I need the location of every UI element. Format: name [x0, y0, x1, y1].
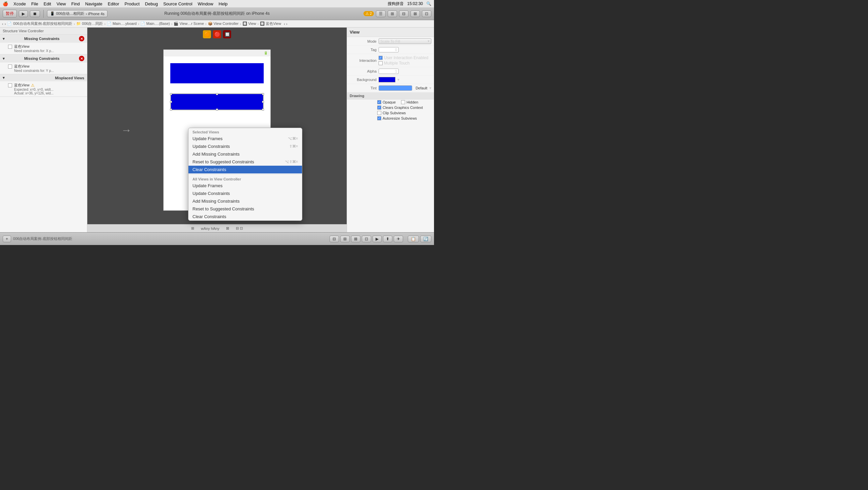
breadcrumb-label-7[interactable]: 🔲 蓝色View [260, 21, 281, 26]
breadcrumb-label-4[interactable]: 🎬 View…r Scene [174, 22, 204, 26]
nav-back[interactable]: ‹ [2, 22, 3, 26]
apple-menu[interactable]: 🍎 [3, 1, 8, 6]
canvas-icon-1[interactable]: 🟠 [203, 30, 211, 38]
breadcrumb-label-2[interactable]: 📄 Main….yboard [107, 22, 137, 26]
size-indicator-right[interactable]: ⊠ [226, 226, 229, 231]
handle-tc[interactable] [216, 93, 218, 95]
menu-find[interactable]: Find [71, 1, 80, 6]
selected-update-frames[interactable]: Update Frames ⌥⌘= [188, 135, 302, 143]
alpha-input[interactable]: 1 [379, 68, 399, 74]
handle-bl[interactable] [170, 109, 172, 111]
selected-update-constraints[interactable]: Update Constraints ⇧⌘= [188, 143, 302, 150]
menu-source-control[interactable]: Source Control [163, 1, 192, 6]
breadcrumb-label-5[interactable]: 📦 View Controller [208, 22, 239, 26]
handle-tl[interactable] [170, 93, 172, 95]
pause-button[interactable]: ⏹ [30, 10, 40, 17]
bottom-inspector-btn-1[interactable]: 📋 [408, 236, 419, 242]
menu-product[interactable]: Product [125, 1, 140, 6]
clip-subviews-checkbox[interactable] [377, 111, 381, 115]
breadcrumb-item-0[interactable]: 📄 [7, 22, 12, 26]
chevron-down-icon-bg[interactable]: ▾ [397, 77, 399, 82]
breadcrumb-label-1[interactable]: 📁 006自…同距 [76, 21, 103, 26]
canvas-icon-3[interactable]: 🔲 [223, 30, 231, 38]
menu-help[interactable]: Help [219, 1, 228, 6]
selected-reset-suggested[interactable]: Reset to Suggested Constraints ⌥⇧⌘= [188, 158, 302, 166]
handle-tr[interactable] [262, 93, 264, 95]
multiple-touch-checkbox[interactable] [379, 61, 382, 65]
zoom-controls[interactable]: ⊟ ⊡ [236, 226, 243, 231]
menu-view[interactable]: View [56, 1, 66, 6]
user-interaction-checkbox[interactable]: ✓ [379, 56, 382, 60]
constraint-item-2[interactable]: 蓝色View Need constraints for: Y p... [0, 62, 87, 74]
blue-view-top[interactable] [170, 63, 264, 83]
bottom-layout-btn-6[interactable]: ⬆ [383, 236, 392, 242]
layout-toggle-4[interactable]: ⊠ [410, 10, 420, 17]
tint-select[interactable] [379, 85, 412, 91]
stop-button[interactable]: 暂停 [3, 10, 17, 18]
bottom-layout-btn-5[interactable]: ▶ [373, 236, 381, 242]
menu-navigate[interactable]: Navigate [85, 1, 102, 6]
size-indicator-left[interactable]: ⊞ [191, 226, 194, 231]
menu-xcode[interactable]: Xcode [13, 1, 26, 6]
scheme-label: 006自动…相同距 [56, 11, 84, 16]
background-color-swatch[interactable] [379, 77, 395, 82]
constraint-checkbox-1[interactable] [8, 45, 12, 49]
misplaced-item-content-1: 蓝色View ⚠ Expected: x=0, y=0, widt... Act… [14, 83, 84, 95]
all-clear-constraints[interactable]: Clear Constraints [188, 213, 302, 221]
bottom-inspector-btn-2[interactable]: 🔄 [420, 236, 431, 242]
bottom-btn-add[interactable]: + [3, 236, 11, 242]
menu-editor[interactable]: Editor [108, 1, 119, 6]
all-reset-suggested[interactable]: Reset to Suggested Constraints [188, 205, 302, 213]
handle-br[interactable] [262, 109, 264, 111]
breadcrumb-label-6[interactable]: 🔲 View [243, 22, 256, 26]
handle-mr[interactable] [262, 101, 264, 103]
menu-debug[interactable]: Debug [145, 1, 158, 6]
autoresize-checkbox[interactable]: ✓ [377, 116, 381, 120]
bottom-layout-btn-4[interactable]: ⊡ [362, 236, 371, 242]
constraint-group-header-2[interactable]: ▾ Missing Constraints ✕ [0, 54, 87, 62]
constraint-checkbox-2[interactable] [8, 64, 12, 68]
opaque-checkbox[interactable]: ✓ [377, 100, 381, 104]
bottom-layout-btn-1[interactable]: ⊟ [330, 236, 339, 242]
bottom-layout-btn-3[interactable]: ⊠ [351, 236, 361, 242]
layout-toggle-3[interactable]: ⊟ [399, 10, 408, 17]
bottom-layout-btn-7[interactable]: ✈ [394, 236, 403, 242]
canvas-icon-2[interactable]: 🔴 [213, 30, 221, 38]
blue-view-bottom[interactable] [170, 93, 264, 110]
warning-badge[interactable]: ⚠ 2 [364, 11, 374, 16]
all-add-missing[interactable]: Add Missing Constraints [188, 197, 302, 205]
mode-select[interactable]: Scale To Fill ▾ [379, 38, 431, 44]
bottom-layout-btn-2[interactable]: ⊞ [340, 236, 350, 242]
nav-forward[interactable]: › [5, 22, 6, 26]
layout-toggle-2[interactable]: ⊞ [388, 10, 397, 17]
all-update-frames[interactable]: Update Frames [188, 182, 302, 190]
hidden-label: Hidden [406, 100, 418, 104]
scheme-selector[interactable]: 📱 006自动…相同距 › iPhone 4s [47, 10, 107, 17]
handle-ml[interactable] [170, 101, 172, 103]
misplaced-item-1[interactable]: 蓝色View ⚠ Expected: x=0, y=0, widt... Act… [0, 81, 87, 96]
handle-bc[interactable] [216, 109, 218, 111]
clears-graphics-checkbox[interactable]: ✓ [377, 106, 381, 110]
menu-file[interactable]: File [31, 1, 38, 6]
constraint-group-header-3[interactable]: ▾ Misplaced Views [0, 74, 87, 81]
hidden-checkbox[interactable] [401, 100, 405, 104]
breadcrumb-label-3[interactable]: 📄 Main….(Base) [141, 22, 169, 26]
breadcrumb-arrows[interactable]: ‹ › [284, 22, 287, 26]
selected-clear-constraints[interactable]: Clear Constraints [188, 166, 302, 173]
breadcrumb-label-0[interactable]: 006自动布局案例-底部按钮相同间距 [13, 21, 72, 26]
menu-edit[interactable]: Edit [44, 1, 51, 6]
misplaced-checkbox-1[interactable] [8, 83, 12, 87]
search-icon[interactable]: 🔍 [426, 1, 431, 6]
chevron-down-icon-tint[interactable]: ▾ [429, 86, 431, 90]
tag-input[interactable]: 0 [379, 47, 399, 52]
layout-toggle-5[interactable]: ⊡ [422, 10, 431, 17]
sougou-input[interactable]: 搜狗拼音 [388, 1, 404, 7]
chevron-down-icon-1: ▾ [3, 37, 5, 41]
selected-add-missing[interactable]: Add Missing Constraints [188, 150, 302, 158]
layout-toggle-1[interactable]: ☰ [376, 10, 385, 17]
constraint-item-1[interactable]: 蓝色View Need constraints for: X p... [0, 43, 87, 54]
menu-window[interactable]: Window [198, 1, 213, 6]
run-button[interactable]: ▶ [19, 10, 28, 17]
constraint-group-header-1[interactable]: ▾ Missing Constraints ✕ [0, 35, 87, 43]
all-update-constraints[interactable]: Update Constraints [188, 190, 302, 197]
